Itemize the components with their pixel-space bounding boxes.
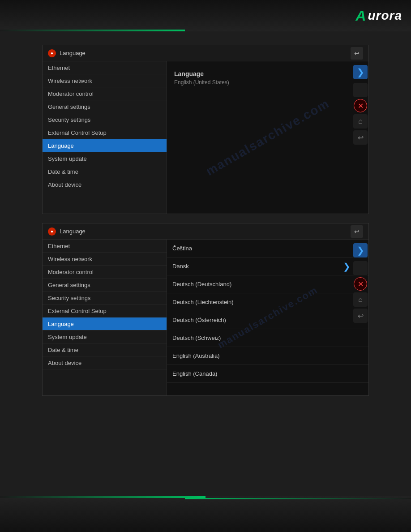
lang-item-deutsch-de[interactable]: Deutsch (Deutschland) [167, 275, 368, 293]
panel-2-right-content: manualsarchive.com Čeština Dansk ❯ Deuts… [167, 240, 368, 395]
sidebar-2-security[interactable]: Security settings [43, 292, 167, 305]
sidebar-1-system[interactable]: System update [43, 152, 167, 165]
sidebar-2-external[interactable]: External Control Setup [43, 305, 167, 317]
panel-2-back-nav-button[interactable]: ↩ [353, 309, 368, 323]
sidebar-2-moderator[interactable]: Moderator control [43, 266, 167, 279]
panel-2-side-buttons: ❯ ✕ ⌂ ↩ [352, 240, 368, 395]
panel-1-arrow-button[interactable]: ❯ [353, 65, 368, 79]
panel-1-content-subtitle: English (United States) [174, 79, 361, 86]
panel-1-title: Language [60, 50, 86, 56]
panel-1-home-button[interactable]: ⌂ [353, 114, 368, 129]
lang-item-deutsch-ch[interactable]: Deutsch (Schweiz) [167, 329, 368, 347]
watermark-1: manualsarchive.com [203, 96, 332, 179]
logo-rest-text: urora [368, 9, 402, 23]
panel-1-settings-icon: ● [48, 49, 56, 57]
panel-2-close-icon: ✕ [358, 280, 364, 288]
panel-1-home-icon: ⌂ [358, 117, 363, 125]
sidebar-1-general[interactable]: General settings [43, 100, 167, 113]
bottom-bar [0, 496, 411, 532]
sidebar-2-datetime[interactable]: Date & time [43, 343, 167, 356]
panel-1-side-buttons: ❯ ✕ ⌂ ↩ [352, 61, 368, 214]
panel-1-back-button[interactable]: ↩ [351, 47, 363, 60]
content-area: ● Language ↩ Ethernet Wireless network M… [0, 31, 411, 496]
lang-item-english-au[interactable]: English (Australia) [167, 347, 368, 365]
sidebar-2-language[interactable]: Language [43, 317, 167, 330]
panel-1-sidebar: Ethernet Wireless network Moderator cont… [43, 61, 167, 214]
panel-1-arrow-icon: ❯ [357, 67, 364, 77]
lang-item-deutsch-li[interactable]: Deutsch (Liechtenstein) [167, 293, 368, 311]
panel-1-content-title: Language [174, 70, 361, 77]
panel-2-close-button[interactable]: ✕ [354, 277, 367, 291]
aurora-logo: A urora [355, 8, 402, 24]
panel-1-back-nav-icon: ↩ [358, 133, 364, 142]
panel-1-back-nav-button[interactable]: ↩ [353, 130, 368, 145]
panel-2-arrow-button[interactable]: ❯ [353, 243, 368, 257]
sidebar-1-language[interactable]: Language [43, 139, 167, 152]
sidebar-1-datetime[interactable]: Date & time [43, 165, 167, 178]
dansk-arrow-icon: ❯ [343, 261, 351, 272]
sidebar-2-general[interactable]: General settings [43, 279, 167, 292]
panel-1-back-icon: ↩ [354, 50, 360, 57]
panel-1-body: Ethernet Wireless network Moderator cont… [43, 61, 368, 214]
panel-1-close-button[interactable]: ✕ [354, 99, 367, 112]
panel-2-back-button[interactable]: ↩ [351, 225, 363, 238]
panel-2-spacer [353, 261, 368, 275]
panel-2-back-icon: ↩ [354, 228, 360, 235]
sidebar-1-about[interactable]: About device [43, 178, 167, 191]
logo-a-letter: A [355, 8, 366, 24]
panel-2: ● Language ↩ Ethernet Wireless network M… [42, 223, 369, 396]
panel-2-header: ● Language ↩ [43, 223, 368, 240]
panel-1-right-content: manualsarchive.com Language English (Uni… [167, 61, 368, 214]
sidebar-1-ethernet[interactable]: Ethernet [43, 61, 167, 74]
sidebar-2-wireless[interactable]: Wireless network [43, 253, 167, 266]
sidebar-1-external[interactable]: External Control Setup [43, 126, 167, 139]
sidebar-1-wireless[interactable]: Wireless network [43, 74, 167, 87]
panel-1-close-icon: ✕ [358, 102, 364, 110]
lang-item-deutsch-at[interactable]: Deutsch (Österreich) [167, 311, 368, 329]
top-bar: A urora [0, 0, 411, 31]
sidebar-2-about[interactable]: About device [43, 356, 167, 369]
panel-2-title: Language [60, 228, 86, 235]
lang-item-english-ca[interactable]: English (Canada) [167, 365, 368, 383]
panel-2-arrow-icon: ❯ [357, 245, 364, 256]
panel-2-home-icon: ⌂ [358, 296, 363, 304]
sidebar-1-security[interactable]: Security settings [43, 113, 167, 126]
sidebar-2-ethernet[interactable]: Ethernet [43, 240, 167, 253]
panel-2-home-button[interactable]: ⌂ [353, 292, 368, 307]
panel-2-back-nav-icon: ↩ [358, 312, 364, 320]
sidebar-2-system[interactable]: System update [43, 330, 167, 343]
panel-2-body: Ethernet Wireless network Moderator cont… [43, 240, 368, 395]
panel-2-settings-icon: ● [48, 227, 56, 236]
lang-item-dansk[interactable]: Dansk ❯ [167, 257, 368, 275]
panel-2-sidebar: Ethernet Wireless network Moderator cont… [43, 240, 167, 395]
panel-1-spacer [353, 83, 368, 97]
panel-1-header: ● Language ↩ [43, 45, 368, 61]
panel-1: ● Language ↩ Ethernet Wireless network M… [42, 45, 369, 214]
sidebar-1-moderator[interactable]: Moderator control [43, 87, 167, 100]
lang-item-cestina[interactable]: Čeština [167, 240, 368, 257]
